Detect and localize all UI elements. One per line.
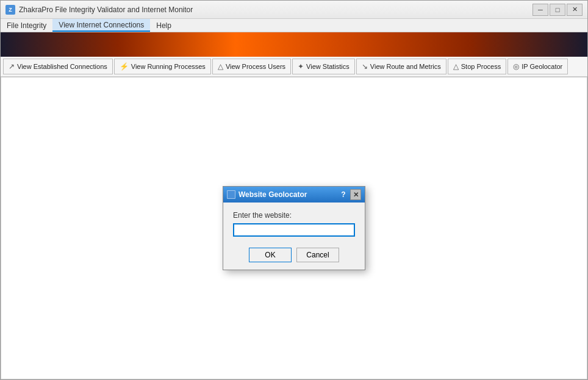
website-input[interactable]: [233, 223, 355, 237]
ip-geolocator-icon: ◎: [513, 62, 519, 71]
dialog-help-button[interactable]: ?: [338, 189, 349, 200]
view-statistics-button[interactable]: ✦ View Statistics: [292, 59, 355, 74]
content-area: Website Geolocator ? ✕ Enter the website…: [1, 77, 587, 379]
stop-process-icon: △: [453, 62, 459, 71]
window-controls: ─ □ ✕: [532, 4, 583, 16]
menu-view-internet-connections[interactable]: View Internet Connections: [52, 19, 150, 32]
window-title: ZhakraPro File Integrity Validator and I…: [19, 5, 532, 14]
dialog-title: Website Geolocator: [238, 190, 338, 199]
menu-file-integrity[interactable]: File Integrity: [1, 19, 52, 32]
title-bar: Z ZhakraPro File Integrity Validator and…: [1, 1, 587, 19]
view-running-processes-button[interactable]: ⚡ View Running Processes: [114, 59, 211, 74]
process-users-icon: △: [218, 62, 223, 71]
statistics-icon: ✦: [298, 62, 304, 71]
modal-overlay: Website Geolocator ? ✕ Enter the website…: [1, 77, 587, 379]
maximize-button[interactable]: □: [550, 4, 565, 16]
dialog-title-bar: Website Geolocator ? ✕: [223, 187, 365, 203]
ok-button[interactable]: OK: [249, 248, 292, 262]
close-button[interactable]: ✕: [567, 4, 583, 16]
running-processes-icon: ⚡: [120, 62, 129, 71]
toolbar: ↗ View Established Connections ⚡ View Ru…: [1, 57, 587, 77]
website-label: Enter the website:: [233, 211, 355, 220]
stop-process-button[interactable]: △ Stop Process: [448, 59, 506, 74]
menu-bar: File Integrity View Internet Connections…: [1, 19, 587, 32]
main-window: Z ZhakraPro File Integrity Validator and…: [0, 0, 588, 380]
view-established-connections-button[interactable]: ↗ View Established Connections: [3, 59, 113, 74]
app-icon: Z: [5, 5, 15, 15]
banner-image: [1, 32, 587, 57]
website-geolocator-dialog: Website Geolocator ? ✕ Enter the website…: [223, 186, 365, 270]
minimize-button[interactable]: ─: [532, 4, 548, 16]
view-route-and-metrics-button[interactable]: ↘ View Route and Metrics: [356, 59, 446, 74]
dialog-body: Enter the website:: [223, 203, 365, 243]
dialog-button-row: OK Cancel: [223, 243, 365, 270]
ip-geolocator-button[interactable]: ◎ IP Geolocator: [507, 59, 568, 74]
established-connections-icon: ↗: [9, 62, 15, 71]
cancel-button[interactable]: Cancel: [296, 248, 339, 262]
route-metrics-icon: ↘: [362, 62, 368, 71]
view-process-users-button[interactable]: △ View Process Users: [212, 59, 291, 74]
menu-help[interactable]: Help: [150, 19, 177, 32]
dialog-icon: [227, 190, 235, 199]
dialog-close-button[interactable]: ✕: [350, 189, 361, 200]
